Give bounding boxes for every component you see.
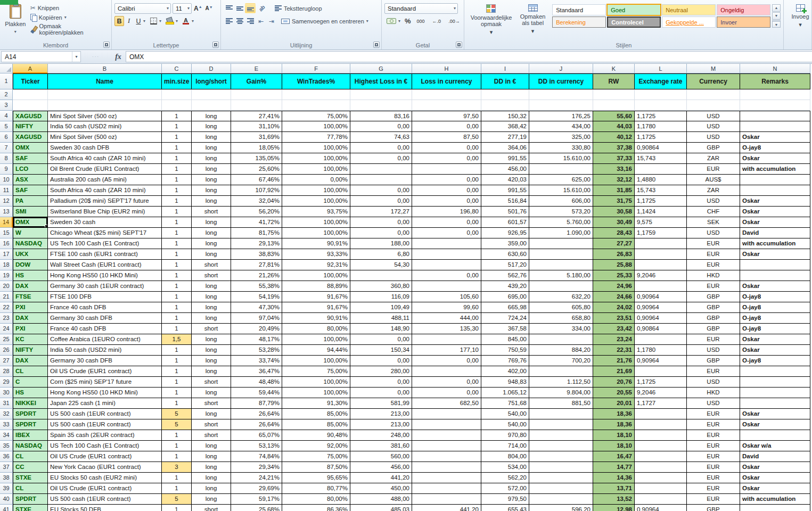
cell-A10[interactable]: ASX	[13, 175, 48, 185]
row-header-16[interactable]: 16	[0, 238, 13, 249]
cell-H36[interactable]	[412, 451, 481, 462]
cell-H9[interactable]	[412, 164, 481, 175]
cell-A16[interactable]: NASDAQ	[13, 238, 48, 249]
cell-E15[interactable]: 81,75%	[231, 228, 282, 238]
cell-N37[interactable]: Oskar	[740, 462, 810, 473]
cell-E33[interactable]: 26,64%	[231, 419, 282, 430]
cell-N17[interactable]: Oskar	[740, 249, 810, 260]
cell-F13[interactable]: 93,75%	[282, 207, 350, 217]
cell-G10[interactable]	[350, 175, 412, 185]
cell-N23[interactable]: O-jay8	[740, 313, 810, 324]
row-header-19[interactable]: 19	[0, 270, 13, 281]
cell-K11[interactable]: 31,85	[593, 185, 635, 196]
cell-C28[interactable]: 1	[162, 366, 192, 377]
cell-F4[interactable]: 75,00%	[282, 111, 350, 121]
cell-I20[interactable]: 439,20	[481, 281, 529, 292]
cell-J38[interactable]	[529, 473, 593, 483]
cell-I33[interactable]: 540,00	[481, 419, 529, 430]
cell-H16[interactable]	[412, 238, 481, 249]
cell-A9[interactable]: LCO	[13, 164, 48, 175]
cell-M17[interactable]: EUR	[687, 249, 740, 260]
cell-B18[interactable]: Wall Street Cash (EUR1 contract)	[48, 260, 162, 270]
cell-M19[interactable]: HKD	[687, 270, 740, 281]
cell-G34[interactable]: 248,00	[350, 430, 412, 441]
cell-I6[interactable]: 277,19	[481, 132, 529, 143]
cell-M38[interactable]: EUR	[687, 473, 740, 483]
cell-A25[interactable]: KC	[13, 334, 48, 345]
cell-C31[interactable]: 1	[162, 398, 192, 409]
row-header-28[interactable]: 28	[0, 366, 13, 377]
conditional-formatting-button[interactable]: Voorwaardelijke opmaak ▾	[467, 2, 515, 40]
borders-button[interactable]: ▾	[148, 17, 163, 26]
cell-F28[interactable]: 75,00%	[282, 366, 350, 377]
row-header-34[interactable]: 34	[0, 430, 13, 441]
format-painter-button[interactable]: Opmaak kopiëren/plakken	[28, 22, 109, 37]
cell-M22[interactable]: GBP	[687, 302, 740, 313]
cell-L1[interactable]: Exchange rate	[635, 73, 687, 89]
cell-L21[interactable]: 0,90964	[635, 292, 687, 302]
cell-J13[interactable]: 573,20	[529, 207, 593, 217]
cell-I34[interactable]: 970,80	[481, 430, 529, 441]
cell-A34[interactable]: IBEX	[13, 430, 48, 441]
cell-F19[interactable]: 100,00%	[282, 270, 350, 281]
cell-H13[interactable]: 196,80	[412, 207, 481, 217]
cell-L14[interactable]: 9,575	[635, 217, 687, 228]
cell-N8[interactable]: Oskar	[740, 153, 810, 164]
cell-M24[interactable]: GBP	[687, 324, 740, 334]
cell-K9[interactable]: 33,16	[593, 164, 635, 175]
cell-A1[interactable]: Ticker	[13, 73, 48, 89]
increase-font-size-button[interactable]: A▲	[193, 4, 203, 13]
row-header-20[interactable]: 20	[0, 281, 13, 292]
cell-G22[interactable]: 109,49	[350, 302, 412, 313]
cell-K13[interactable]: 30,58	[593, 207, 635, 217]
cell-M13[interactable]: CHF	[687, 207, 740, 217]
cell-A2[interactable]	[13, 89, 48, 100]
cell-E8[interactable]: 135,05%	[231, 153, 282, 164]
cell-I30[interactable]: 1.065,12	[481, 388, 529, 398]
cell-N41[interactable]	[740, 505, 810, 511]
cell-G30[interactable]: 0,00	[350, 388, 412, 398]
cell-N14[interactable]: Oskar	[740, 217, 810, 228]
cell-F23[interactable]: 90,91%	[282, 313, 350, 324]
column-header-B[interactable]: B	[48, 64, 162, 73]
cell-C4[interactable]: 1	[162, 111, 192, 121]
cell-L29[interactable]: 1,1725	[635, 377, 687, 388]
gallery-scroll-down-button[interactable]: ▼	[772, 12, 781, 20]
cell-G3[interactable]	[350, 100, 412, 111]
cell-N9[interactable]: with accumulation	[740, 164, 810, 175]
cell-G21[interactable]: 116,09	[350, 292, 412, 302]
cell-H1[interactable]: Loss in currency	[412, 73, 481, 89]
cell-H39[interactable]	[412, 483, 481, 494]
cell-F17[interactable]: 93,33%	[282, 249, 350, 260]
cell-I4[interactable]: 150,32	[481, 111, 529, 121]
cell-J29[interactable]: 1.112,50	[529, 377, 593, 388]
cell-C17[interactable]: 1	[162, 249, 192, 260]
align-bottom-button[interactable]	[245, 3, 256, 13]
formula-input[interactable]: OMX	[126, 51, 812, 62]
cell-G20[interactable]: 360,80	[350, 281, 412, 292]
cut-button[interactable]: ✂ Knippen	[28, 3, 109, 13]
cell-D7[interactable]: long	[192, 143, 231, 153]
cell-E37[interactable]: 29,34%	[231, 462, 282, 473]
row-header-24[interactable]: 24	[0, 324, 13, 334]
cell-K7[interactable]: 37,38	[593, 143, 635, 153]
cell-K14[interactable]: 30,49	[593, 217, 635, 228]
cell-K31[interactable]: 20,01	[593, 398, 635, 409]
cell-E1[interactable]: Gain%	[231, 73, 282, 89]
cell-C36[interactable]: 1	[162, 451, 192, 462]
style-berekening[interactable]: Berekening	[552, 17, 606, 28]
cell-K1[interactable]: RW	[593, 73, 635, 89]
cell-K19[interactable]: 25,33	[593, 270, 635, 281]
cell-C8[interactable]: 1	[162, 153, 192, 164]
cell-J30[interactable]: 9.804,00	[529, 388, 593, 398]
cell-N34[interactable]	[740, 430, 810, 441]
cell-C6[interactable]: 1	[162, 132, 192, 143]
cell-J18[interactable]	[529, 260, 593, 270]
cell-D12[interactable]: long	[192, 196, 231, 207]
cell-D34[interactable]: short	[192, 430, 231, 441]
paste-dropdown-arrow[interactable]: ▾	[14, 29, 17, 34]
cell-H12[interactable]: 0,00	[412, 196, 481, 207]
alignment-dialog-launcher[interactable]	[373, 42, 380, 48]
cell-B12[interactable]: Palladium (20$ mini) SEPT'17 future	[48, 196, 162, 207]
cell-F21[interactable]: 91,67%	[282, 292, 350, 302]
